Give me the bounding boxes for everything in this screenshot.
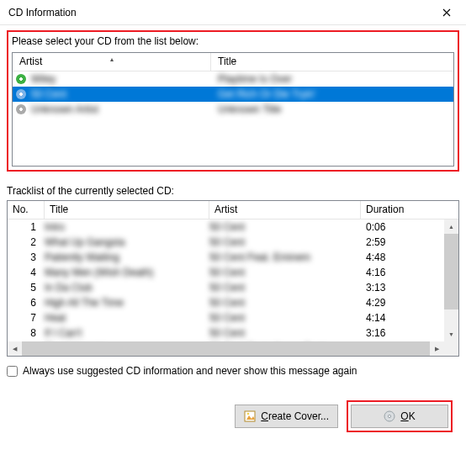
cd-row[interactable]: 50 CentGet Rich Or Die Tryin': [13, 87, 453, 102]
ok-label: OK: [400, 410, 415, 422]
track-no: 1: [8, 221, 45, 233]
track-title: In Da Club: [45, 282, 209, 294]
svg-point-1: [247, 413, 250, 415]
disc-icon: [13, 104, 29, 114]
svg-point-3: [389, 415, 391, 417]
vertical-scrollbar[interactable]: ▲ ▼: [444, 219, 458, 341]
cd-column-title[interactable]: Title: [211, 53, 453, 71]
track-no: 2: [8, 236, 45, 248]
track-artist: 50 Cent: [209, 312, 361, 324]
track-artist: 50 Cent: [209, 297, 361, 309]
track-no: 3: [8, 251, 45, 263]
track-column-duration[interactable]: Duration: [361, 201, 458, 219]
track-artist: 50 Cent: [209, 327, 361, 339]
scroll-up-icon[interactable]: ▲: [444, 219, 458, 234]
track-title: What Up Gangsta: [45, 236, 209, 248]
sort-asc-icon: ▴: [110, 56, 114, 63]
cd-row-title: Playtime Is Over: [211, 73, 453, 85]
table-row[interactable]: 2What Up Gangsta50 Cent2:59: [8, 235, 458, 250]
cd-select-section: Please select your CD from the list belo…: [7, 30, 459, 172]
track-column-artist[interactable]: Artist: [209, 201, 361, 219]
track-artist: 50 Cent Feat. Eminem: [209, 251, 361, 263]
window-title: CD Information: [8, 7, 427, 19]
ok-button[interactable]: OK: [351, 405, 448, 428]
track-title: If I Can't: [45, 327, 209, 339]
tracklist-header: No. Title Artist Duration: [8, 201, 458, 219]
always-use-checkbox[interactable]: [7, 366, 18, 377]
checkbox-row: Always use suggested CD information and …: [7, 365, 459, 377]
close-button[interactable]: [427, 0, 466, 25]
scroll-down-icon[interactable]: ▼: [444, 327, 458, 341]
track-column-title[interactable]: Title: [45, 201, 209, 219]
track-title: Patiently Waiting: [45, 251, 209, 263]
cd-row-artist: Unknown Artist: [29, 103, 211, 115]
cd-column-artist[interactable]: ▴ Artist: [13, 53, 211, 71]
track-artist: 50 Cent: [209, 236, 361, 248]
cd-row[interactable]: WileyPlaytime Is Over: [13, 71, 453, 87]
scroll-thumb-h[interactable]: [22, 341, 430, 356]
table-row[interactable]: 1Intro50 Cent0:06: [8, 219, 458, 235]
tracklist-label: Tracklist of the currently selected CD:: [7, 185, 459, 197]
track-title: High All The Time: [45, 297, 209, 309]
table-row[interactable]: 3Patiently Waiting50 Cent Feat. Eminem4:…: [8, 250, 458, 265]
cover-icon: [244, 410, 256, 422]
track-title: Many Men (Wish Death): [45, 267, 209, 278]
cd-row-artist: Wiley: [29, 73, 211, 85]
ok-highlight: OK: [347, 400, 453, 432]
scroll-left-icon[interactable]: ◀: [8, 341, 22, 356]
create-cover-label: Create Cover...: [261, 410, 329, 422]
cd-row-artist: 50 Cent: [29, 88, 211, 100]
table-row[interactable]: 8If I Can't50 Cent3:16: [8, 325, 458, 341]
track-artist: 50 Cent: [209, 282, 361, 294]
always-use-label[interactable]: Always use suggested CD information and …: [23, 365, 357, 377]
cd-row-title: Get Rich Or Die Tryin': [211, 88, 453, 100]
scroll-right-icon[interactable]: ▶: [430, 341, 444, 356]
tracklist-box: No. Title Artist Duration 1Intro50 Cent0…: [7, 200, 459, 357]
cd-row-title: Unknown Title: [211, 103, 453, 115]
table-row[interactable]: 4Many Men (Wish Death)50 Cent4:16: [8, 265, 458, 280]
disc-icon: [384, 410, 395, 422]
table-row[interactable]: 5In Da Club50 Cent3:13: [8, 280, 458, 295]
titlebar: CD Information: [0, 0, 466, 25]
tracklist-body[interactable]: 1Intro50 Cent0:062What Up Gangsta50 Cent…: [8, 219, 458, 341]
svg-rect-0: [245, 411, 255, 421]
table-row[interactable]: 7Heat50 Cent4:14: [8, 310, 458, 325]
scroll-thumb-v[interactable]: [444, 234, 458, 309]
track-no: 4: [8, 267, 45, 278]
track-column-no[interactable]: No.: [8, 201, 45, 219]
cd-select-prompt: Please select your CD from the list belo…: [12, 35, 454, 47]
disc-icon: [13, 74, 29, 84]
track-title: Heat: [45, 312, 209, 324]
track-title: Intro: [45, 221, 209, 233]
button-row: Create Cover... OK: [7, 400, 459, 432]
close-icon: [442, 8, 451, 17]
cd-row[interactable]: Unknown ArtistUnknown Title: [13, 102, 453, 117]
track-artist: 50 Cent: [209, 267, 361, 278]
disc-icon: [13, 89, 29, 99]
create-cover-button[interactable]: Create Cover...: [235, 405, 338, 428]
table-row[interactable]: 6High All The Time50 Cent4:29: [8, 295, 458, 310]
track-no: 5: [8, 282, 45, 294]
cd-list-header: ▴ Artist Title: [13, 53, 453, 71]
track-no: 6: [8, 297, 45, 309]
track-no: 8: [8, 327, 45, 339]
track-no: 7: [8, 312, 45, 324]
cd-select-list[interactable]: ▴ Artist Title WileyPlaytime Is Over50 C…: [12, 52, 454, 167]
horizontal-scrollbar[interactable]: ◀ ▶: [8, 341, 458, 356]
track-artist: 50 Cent: [209, 221, 361, 233]
